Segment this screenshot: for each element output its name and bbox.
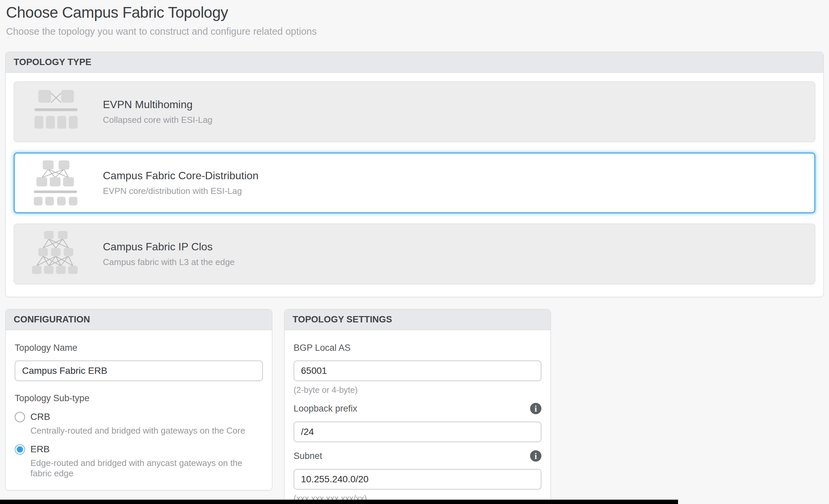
topology-card-subtitle: EVPN core/distribution with ESI-Lag	[103, 186, 258, 196]
subnet-label: Subnet	[294, 451, 322, 461]
info-icon[interactable]: i	[530, 403, 541, 414]
subnet-field: Subnet i (xxx.xxx.xxx.xxx/xx)	[294, 450, 541, 503]
topology-settings-header: TOPOLOGY SETTINGS	[285, 309, 550, 330]
info-icon[interactable]: i	[530, 450, 541, 462]
subnet-input[interactable]	[294, 469, 541, 490]
topology-settings-panel: TOPOLOGY SETTINGS BGP Local AS (2-byte o…	[284, 309, 551, 504]
loopback-prefix-field: Loopback prefix i	[294, 403, 541, 442]
topology-card-core-distribution[interactable]: Campus Fabric Core-Distribution EVPN cor…	[14, 153, 815, 213]
topology-name-input[interactable]	[15, 360, 263, 381]
radio-circle-icon[interactable]	[15, 412, 25, 422]
subtype-option-crb: CRB Centrally-routed and bridged with ga…	[15, 412, 263, 436]
topology-card-subtitle: Campus fabric with L3 at the edge	[103, 257, 235, 267]
evpn-multihoming-icon	[30, 87, 81, 137]
erb-radio-label: ERB	[30, 444, 50, 455]
bgp-local-as-hint: (2-byte or 4-byte)	[294, 385, 541, 395]
page-subtitle: Choose the topology you want to construc…	[5, 26, 824, 37]
topology-type-panel: TOPOLOGY TYPE EVPN Multihoming Collapsed	[5, 52, 824, 297]
topology-type-header: TOPOLOGY TYPE	[6, 52, 823, 73]
crb-radio-label: CRB	[30, 412, 50, 422]
bgp-local-as-label: BGP Local AS	[294, 343, 541, 353]
subtype-option-erb: ERB Edge-routed and bridged with anycast…	[15, 444, 263, 479]
topology-card-title: EVPN Multihoming	[103, 99, 212, 111]
core-distribution-icon	[30, 158, 81, 208]
topology-card-title: Campus Fabric Core-Distribution	[103, 169, 258, 182]
topology-card-subtitle: Collapsed core with ESI-Lag	[103, 115, 212, 125]
topology-subtype-label: Topology Sub-type	[15, 393, 263, 403]
ip-clos-icon	[30, 229, 81, 279]
bottom-edge-bar	[0, 500, 678, 504]
erb-radio[interactable]: ERB	[15, 444, 263, 455]
erb-description: Edge-routed and bridged with anycast gat…	[30, 458, 263, 479]
topology-card-ip-clos[interactable]: Campus Fabric IP Clos Campus fabric with…	[14, 224, 815, 284]
page-title: Choose Campus Fabric Topology	[5, 3, 824, 22]
topology-name-label: Topology Name	[15, 343, 263, 353]
topology-card-list: EVPN Multihoming Collapsed core with ESI…	[6, 73, 823, 297]
loopback-prefix-label: Loopback prefix	[294, 403, 357, 414]
configuration-panel: CONFIGURATION Topology Name Topology Sub…	[5, 309, 272, 490]
radio-circle-icon[interactable]	[15, 444, 25, 455]
loopback-prefix-input[interactable]	[294, 422, 541, 442]
topology-card-evpn-multihoming[interactable]: EVPN Multihoming Collapsed core with ESI…	[14, 81, 815, 142]
bgp-local-as-input[interactable]	[294, 360, 541, 381]
configuration-header: CONFIGURATION	[6, 309, 272, 330]
topology-card-title: Campus Fabric IP Clos	[103, 241, 235, 253]
bgp-local-as-field: BGP Local AS (2-byte or 4-byte)	[294, 343, 541, 395]
choose-topology-page: Choose Campus Fabric Topology Choose the…	[0, 0, 829, 504]
crb-description: Centrally-routed and bridged with gatewa…	[30, 426, 263, 436]
crb-radio[interactable]: CRB	[15, 412, 263, 422]
